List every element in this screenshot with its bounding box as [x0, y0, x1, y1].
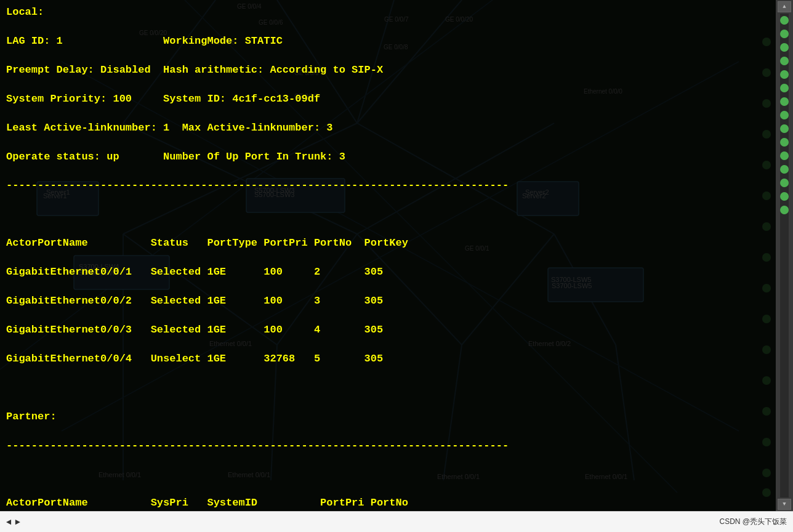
- term-line-10: GigabitEthernet0/0/2 Selected 1GE 100 3 …: [6, 294, 770, 308]
- scrollbar-indicator-8: [780, 111, 789, 119]
- scrollbar-indicator-10: [780, 138, 789, 147]
- term-line-12: GigabitEthernet0/0/4 Unselect 1GE 32768 …: [6, 352, 770, 366]
- term-line-8: ActorPortName Status PortType PortPri Po…: [6, 236, 770, 250]
- term-line-3: System Priority: 100 System ID: 4c1f-cc1…: [6, 92, 770, 106]
- term-line-1: LAG ID: 1 WorkingMode: STATIC: [6, 34, 770, 48]
- scrollbar-indicator-5: [780, 70, 789, 79]
- scroll-left-arrow[interactable]: ◄: [6, 517, 11, 527]
- scrollbar-track: [780, 14, 789, 498]
- term-line-16: [6, 467, 770, 482]
- right-scrollbar[interactable]: ▲ ▼: [776, 0, 793, 511]
- term-line-0: Local:: [6, 5, 770, 19]
- scrollbar-up-button[interactable]: ▲: [778, 1, 791, 12]
- term-line-6: ----------------------------------------…: [6, 178, 770, 192]
- scrollbar-indicator-14: [780, 192, 789, 201]
- term-line-9: GigabitEthernet0/0/1 Selected 1GE 100 2 …: [6, 265, 770, 279]
- scrollbar-indicator-2: [780, 30, 789, 38]
- scrollbar-indicator-4: [780, 57, 789, 65]
- term-line-5: Operate status: up Number Of Up Port In …: [6, 150, 770, 164]
- status-bar: ◄ ► CSDN @秃头下饭菜: [0, 511, 793, 532]
- scroll-right-arrow[interactable]: ►: [15, 517, 20, 527]
- scrollbar-indicator-1: [780, 16, 789, 25]
- scrollbar-indicator-7: [780, 97, 789, 106]
- term-line-15: ----------------------------------------…: [6, 438, 770, 453]
- terminal-output: Local: LAG ID: 1 WorkingMode: STATIC Pre…: [6, 5, 770, 511]
- scrollbar-indicator-9: [780, 124, 789, 133]
- term-line-14: Partner:: [6, 409, 770, 424]
- scrollbar-indicator-13: [780, 179, 789, 187]
- terminal-panel: Local: LAG ID: 1 WorkingMode: STATIC Pre…: [0, 0, 776, 511]
- scrollbar-indicator-12: [780, 165, 789, 174]
- scrollbar-indicator-3: [780, 43, 789, 52]
- scrollbar-down-button[interactable]: ▼: [778, 499, 791, 510]
- term-line-4: Least Active-linknumber: 1 Max Active-li…: [6, 121, 770, 135]
- term-line-11: GigabitEthernet0/0/3 Selected 1GE 100 4 …: [6, 323, 770, 337]
- status-right-text: CSDN @秃头下饭菜: [719, 517, 787, 527]
- term-line-17: ActorPortName SysPri SystemID PortPri Po…: [6, 496, 770, 510]
- term-line-2: Preempt Delay: Disabled Hash arithmetic:…: [6, 63, 770, 77]
- scrollbar-indicator-15: [780, 206, 789, 214]
- status-left: ◄ ►: [6, 517, 20, 527]
- term-line-7: [6, 207, 770, 221]
- scrollbar-indicator-6: [780, 84, 789, 92]
- scrollbar-indicator-11: [780, 151, 789, 160]
- term-line-13: [6, 381, 770, 395]
